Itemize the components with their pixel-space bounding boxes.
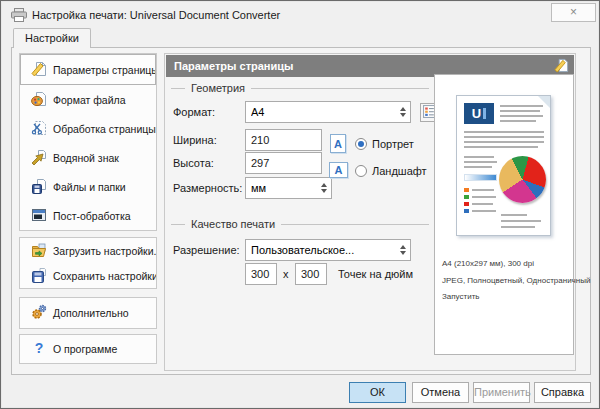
file-format-icon <box>31 91 47 109</box>
text-line <box>472 196 496 198</box>
spinner-icon[interactable] <box>316 178 331 198</box>
text-line <box>472 203 493 205</box>
legend-swatch <box>464 195 469 199</box>
sidebar-item-label: О программе <box>53 343 117 355</box>
text-line <box>464 131 544 133</box>
sidebar-item-file-format[interactable]: Формат файла <box>20 85 156 114</box>
text-line <box>501 226 535 228</box>
page-processing-icon <box>31 120 47 138</box>
close-button[interactable]: × <box>551 3 596 22</box>
width-label: Ширина: <box>173 134 217 146</box>
sidebar-item-post-processing[interactable]: Пост-обработка <box>20 201 156 230</box>
sidebar-item-label: Загрузить настройки... <box>53 245 156 257</box>
text-line <box>464 136 544 138</box>
apply-button: Применить <box>473 382 530 403</box>
printer-icon <box>11 8 27 26</box>
text-line <box>472 189 494 191</box>
spinner-icon[interactable] <box>395 102 410 122</box>
ok-button[interactable]: ОК <box>349 382 406 403</box>
panel-title: Параметры страницы <box>174 60 293 72</box>
pie-chart <box>499 156 546 203</box>
height-input[interactable] <box>245 152 322 174</box>
save-settings-icon <box>31 267 47 285</box>
window-title: Настройка печати: Universal Document Con… <box>32 9 280 21</box>
group-divider <box>281 224 429 225</box>
sidebar-item-label: Параметры страницы <box>53 64 156 76</box>
sidebar-item-load-settings[interactable]: Загрузить настройки... <box>20 238 156 263</box>
dpi-y-input[interactable] <box>295 263 327 285</box>
text-line <box>464 161 497 163</box>
preview-info-line3: Запустить <box>442 292 480 301</box>
load-settings-icon <box>31 242 47 260</box>
dpi-x-input[interactable] <box>245 263 277 285</box>
page-setup-icon <box>31 61 47 79</box>
text-line <box>464 166 492 168</box>
sidebar-item-page-setup[interactable]: Параметры страницы <box>20 54 156 85</box>
files-folders-icon <box>31 178 47 196</box>
format-select[interactable]: A4 <box>245 101 411 123</box>
text-line <box>500 105 543 107</box>
sidebar-group-main: Параметры страницы Формат файла Обработк… <box>19 53 157 231</box>
text-line <box>500 120 536 122</box>
about-icon: ? <box>31 340 47 358</box>
help-button[interactable]: Справка <box>534 382 591 403</box>
portrait-radio-label: Портрет <box>372 138 414 150</box>
sidebar-item-watermark[interactable]: Водяной знак <box>20 143 156 172</box>
units-value: мм <box>251 182 314 194</box>
sidebar-item-about[interactable]: ? О программе <box>20 335 156 363</box>
svg-text:?: ? <box>35 340 44 356</box>
sidebar-group-about: ? О программе <box>19 334 157 364</box>
portrait-page-icon: A <box>330 134 346 153</box>
sidebar-group-advanced: Дополнительно <box>19 297 157 329</box>
resolution-select[interactable]: Пользовательское... <box>245 239 411 261</box>
text-line <box>501 220 541 222</box>
resolution-value: Пользовательское... <box>251 244 393 256</box>
sidebar-item-label: Формат файла <box>53 94 126 106</box>
text-line <box>500 115 543 117</box>
sidebar-item-label: Файлы и папки <box>53 181 126 193</box>
units-select[interactable]: мм <box>245 177 332 199</box>
group-divider <box>171 224 185 225</box>
text-line <box>464 156 494 158</box>
preview-info-line2: JPEG, Полноцветный, Одностраничный <box>442 276 590 285</box>
tab-settings[interactable]: Настройки <box>13 28 91 48</box>
legend-swatch <box>464 188 469 192</box>
format-value: A4 <box>251 106 393 118</box>
sidebar-item-label: Водяной знак <box>53 152 119 164</box>
preview-thumbnail: U <box>456 95 551 236</box>
quality-group-label: Качество печати <box>171 218 429 230</box>
landscape-radio-label: Ландшафт <box>372 165 427 177</box>
sidebar-item-advanced[interactable]: Дополнительно <box>20 298 156 328</box>
text-line <box>464 146 538 148</box>
landscape-radio[interactable] <box>355 165 367 177</box>
gradient-bar <box>464 174 497 181</box>
dpi-units-label: Точек на дюйм <box>338 268 413 280</box>
legend-swatch <box>464 209 469 213</box>
preview-panel: U <box>434 74 574 355</box>
sidebar-item-page-processing[interactable]: Обработка страницы <box>20 114 156 143</box>
units-label: Размерность: <box>173 182 242 194</box>
landscape-page-icon: A <box>329 162 348 178</box>
sidebar-item-label: Сохранить настройки... <box>53 270 156 282</box>
udc-logo: U <box>464 103 494 124</box>
dpi-separator: x <box>283 268 289 280</box>
width-input[interactable] <box>245 129 322 151</box>
text-line <box>464 141 544 143</box>
sidebar-item-label: Обработка страницы <box>53 123 156 135</box>
group-divider <box>171 88 185 89</box>
sidebar-item-label: Пост-обработка <box>53 210 131 222</box>
preview-info-line1: A4 (210x297 мм), 300 dpi <box>442 259 534 268</box>
group-divider <box>251 88 429 89</box>
portrait-radio[interactable] <box>355 138 367 150</box>
sidebar-item-files-folders[interactable]: Файлы и папки <box>20 172 156 201</box>
height-label: Высота: <box>173 157 214 169</box>
spinner-icon[interactable] <box>395 240 410 260</box>
print-setup-dialog: Настройка печати: Universal Document Con… <box>0 0 600 409</box>
sidebar-item-label: Дополнительно <box>53 307 129 319</box>
text-line <box>472 210 496 212</box>
sidebar-item-save-settings[interactable]: Сохранить настройки... <box>20 263 156 288</box>
watermark-icon <box>31 149 47 167</box>
cancel-button[interactable]: Отмена <box>412 382 469 403</box>
resolution-label: Разрешение: <box>173 244 240 256</box>
text-line <box>501 214 527 216</box>
